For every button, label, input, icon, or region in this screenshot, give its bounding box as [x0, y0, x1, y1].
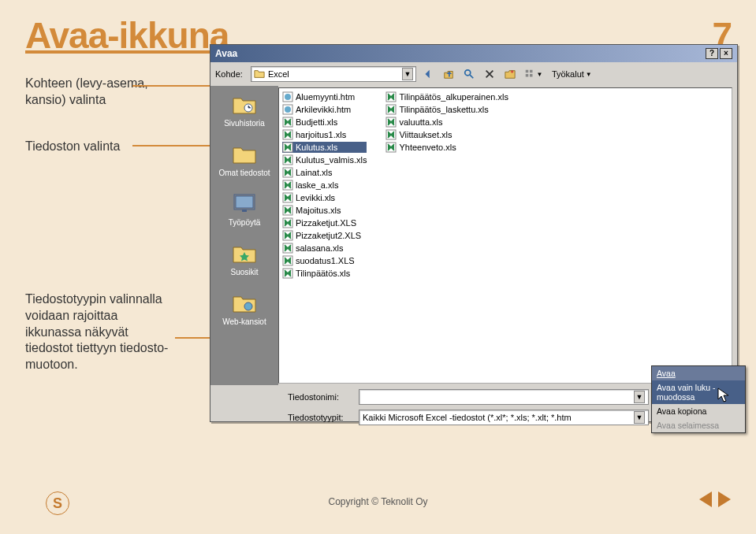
menu-head[interactable]: Avaa — [652, 366, 745, 380]
prev-page-button[interactable] — [699, 491, 712, 507]
file-item[interactable]: suodatus1.XLS — [282, 255, 367, 266]
place-web[interactable]: Web-kansiot — [222, 291, 266, 326]
close-button[interactable]: × — [720, 48, 732, 59]
search-icon[interactable] — [460, 66, 478, 82]
place-mydocs[interactable]: Omat tiedostot — [218, 142, 270, 177]
chevron-down-icon[interactable]: ▼ — [634, 411, 645, 424]
file-item[interactable]: laske_a.xls — [282, 180, 367, 191]
delete-icon[interactable] — [481, 66, 498, 82]
folder-dropdown[interactable]: Excel ▼ — [251, 66, 416, 82]
file-item[interactable]: Pizzaketjut.XLS — [282, 217, 367, 228]
place-label: Web-kansiot — [222, 317, 266, 326]
file-item[interactable]: salasana.xls — [282, 243, 367, 254]
tools-button[interactable]: Työkalut▼ — [549, 69, 595, 79]
views-button[interactable]: ▼ — [522, 66, 546, 82]
page-nav — [699, 491, 731, 507]
open-dropdown-menu: Avaa Avaa vain luku -muodossa Avaa kopio… — [651, 365, 746, 433]
copyright: Copyright © Teknolit Oy — [0, 496, 756, 507]
menu-open-copy[interactable]: Avaa kopiona — [652, 404, 745, 418]
file-list[interactable]: Aluemyynti.htmArkilevikki.htmBudjetti.xl… — [278, 87, 732, 384]
page-title: Avaa-ikkuna — [25, 14, 229, 57]
file-item[interactable]: harjoitus1.xls — [282, 129, 367, 140]
place-label: Sivuhistoria — [224, 119, 265, 128]
place-label: Omat tiedostot — [218, 169, 270, 177]
folder-name: Excel — [268, 69, 289, 79]
file-item[interactable]: Arkilevikki.htm — [282, 104, 367, 115]
back-button[interactable] — [419, 66, 437, 82]
svg-rect-4 — [530, 74, 533, 77]
filename-input[interactable]: ▼ — [359, 389, 649, 405]
next-page-button[interactable] — [718, 491, 731, 507]
menu-open-readonly[interactable]: Avaa vain luku -muodossa — [652, 380, 745, 404]
menu-open-browser: Avaa selaimessa — [652, 418, 745, 432]
web-folder-icon — [231, 291, 258, 314]
svg-point-0 — [465, 70, 471, 76]
svg-point-13 — [285, 106, 291, 113]
up-button[interactable] — [440, 66, 457, 82]
chevron-down-icon[interactable]: ▼ — [402, 68, 413, 80]
kohde-label: Kohde: — [215, 69, 243, 79]
place-label: Työpöytä — [229, 218, 261, 227]
file-item[interactable]: Viittaukset.xls — [385, 129, 508, 140]
history-icon — [231, 92, 258, 116]
file-item[interactable]: Tilinpäätös.xls — [282, 268, 367, 279]
svg-rect-8 — [242, 210, 247, 212]
svg-rect-6 — [236, 196, 253, 208]
folder-icon — [254, 69, 265, 80]
svg-point-9 — [244, 302, 252, 310]
place-label: Suosikit — [230, 268, 258, 276]
file-item[interactable]: Budjetti.xls — [282, 117, 367, 128]
titlebar: Avaa ? × — [210, 45, 737, 62]
file-item[interactable]: Levikki.xls — [282, 192, 367, 203]
file-item[interactable]: Yhteenveto.xls — [385, 142, 508, 153]
file-item[interactable]: Pizzaketjut2.XLS — [282, 230, 367, 241]
help-button[interactable]: ? — [706, 48, 718, 59]
chevron-down-icon[interactable]: ▼ — [634, 391, 645, 403]
callout-tiedosto: Tiedoston valinta — [25, 139, 159, 155]
svg-rect-3 — [526, 74, 529, 77]
file-item[interactable]: Tilinpäätös_laskettu.xls — [385, 104, 508, 115]
svg-rect-2 — [530, 70, 533, 73]
places-bar: Sivuhistoria Omat tiedostot Työpöytä Suo… — [210, 86, 278, 385]
toolbar: Kohde: Excel ▼ ▼ Työkalut▼ — [210, 62, 737, 86]
place-favorites[interactable]: Suosikit — [230, 241, 258, 276]
callout-tyyppi: Tiedostotyypin valinnalla voidaan rajoit… — [25, 291, 175, 373]
file-item[interactable]: Majoitus.xls — [282, 205, 367, 216]
svg-rect-1 — [526, 70, 529, 73]
place-desktop[interactable]: Työpöytä — [229, 191, 261, 227]
dialog-title: Avaa — [215, 48, 237, 59]
favorites-icon — [231, 241, 258, 265]
filetype-label: Tiedostotyypit: — [288, 413, 354, 422]
desktop-icon — [231, 191, 258, 215]
file-item[interactable]: Lainat.xls — [282, 167, 367, 178]
file-item[interactable]: valuutta.xls — [385, 117, 508, 128]
file-item[interactable]: Tilinpäätös_alkuperainen.xls — [385, 91, 508, 102]
svg-point-11 — [285, 94, 291, 100]
file-item[interactable]: Aluemyynti.htm — [282, 91, 367, 102]
callout-kohde: Kohteen (levy-asema, kansio) valinta — [25, 76, 159, 109]
folder-icon — [231, 142, 258, 165]
filename-label: Tiedostonimi: — [288, 392, 354, 402]
new-folder-icon[interactable] — [501, 66, 519, 82]
file-item[interactable]: Kulutus_valmis.xls — [282, 154, 367, 165]
cursor-icon — [717, 388, 730, 403]
filetype-dropdown[interactable]: Kaikki Microsoft Excel -tiedostot (*.xl*… — [359, 410, 649, 425]
place-history[interactable]: Sivuhistoria — [224, 92, 265, 128]
file-item[interactable]: Kulutus.xls — [282, 142, 367, 153]
